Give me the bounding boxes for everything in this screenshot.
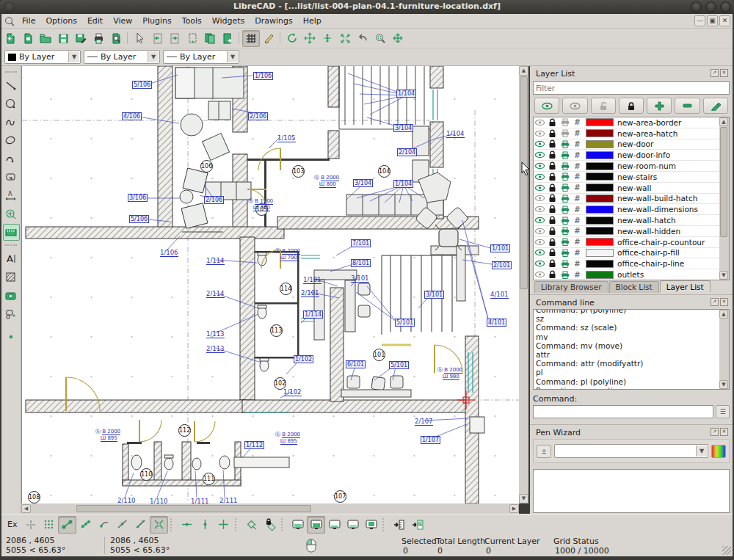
zoom-pan-button[interactable] [389,30,407,47]
undock-icon[interactable]: ↗ [711,298,719,306]
layer-row[interactable]: # new-area-border [534,117,729,128]
layer-color-swatch[interactable] [586,183,614,192]
show-all-layers-button[interactable] [534,98,559,114]
scroll-up-icon[interactable]: ▲ [719,117,728,126]
restrict-horizontal-icon[interactable] [178,516,196,534]
palette-drag-handle[interactable] [5,244,17,248]
layer-name[interactable]: new-area-hatch [616,129,677,138]
zoom-out-button[interactable] [319,30,336,47]
lock-icon[interactable] [546,118,559,127]
restrict-orthogonal-icon[interactable] [214,516,233,534]
layer-row[interactable]: # office-chair-p-fill [534,248,729,259]
layer-visibility-icon[interactable] [534,217,546,224]
lock-icon[interactable] [546,139,559,148]
menu-item-options[interactable]: Options [40,14,81,28]
layer-color-swatch[interactable] [586,206,614,214]
layer-color-swatch[interactable] [586,129,614,137]
layer-scroll-thumb[interactable] [720,127,727,237]
construction-icon[interactable]: # [571,217,584,225]
construction-icon[interactable]: # [571,249,584,257]
layer-color-swatch[interactable] [586,151,614,159]
tab-block-list[interactable]: Block List [609,281,659,293]
vertical-scrollbar[interactable]: ▲ ▼ [519,66,528,503]
print-icon[interactable] [559,129,571,137]
construction-icon[interactable]: # [571,172,584,181]
scroll-right-icon[interactable]: ▶ [509,504,519,513]
layer-color-swatch[interactable] [586,227,614,235]
construction-icon[interactable]: # [571,271,584,279]
lock-icon[interactable] [546,183,559,192]
set-relative-zero-icon[interactable] [242,516,261,534]
horizontal-scrollbar[interactable]: ◀ ▶ [21,503,519,514]
remove-layer-button[interactable] [675,98,700,114]
construction-icon[interactable]: # [571,140,584,148]
layer-name[interactable]: new-door [616,139,653,148]
layer-name[interactable]: new-wall [616,183,651,192]
lock-icon[interactable] [546,150,559,159]
palette-drag-handle[interactable] [5,71,17,75]
close-icon[interactable]: ✕ [720,69,728,77]
layer-visibility-icon[interactable] [534,194,546,202]
lock-icon[interactable] [546,172,559,181]
new-from-template-button[interactable] [19,30,37,47]
construction-icon[interactable]: # [571,206,584,214]
scroll-up-icon[interactable]: ▲ [519,66,528,76]
layer-row[interactable]: # office-chair-p-countour [534,237,729,248]
menu-item-file[interactable]: File [17,14,40,28]
menu-item-widgets[interactable]: Widgets [207,14,250,28]
construction-icon[interactable]: # [571,227,584,235]
print-icon[interactable] [559,217,571,225]
layer-color-swatch[interactable] [586,238,614,246]
polyline-tool-icon[interactable] [3,150,20,167]
construction-icon[interactable]: # [571,118,584,126]
snap-middle-icon[interactable] [113,516,131,534]
layer-visibility-icon[interactable] [534,206,546,213]
layer-visibility-icon[interactable] [534,119,546,126]
layer-list[interactable]: # new-area-border # new-area-hatch # new… [533,117,730,280]
snap-center-icon[interactable] [95,516,113,534]
layer-name[interactable]: new-door-info [616,150,670,159]
snap-intersection-icon[interactable] [150,516,168,534]
select-tool-icon[interactable] [3,169,20,186]
undock-icon[interactable]: ↗ [711,69,719,77]
print-button[interactable] [90,30,107,47]
layer-name[interactable]: new-stairs [616,172,657,181]
layer-color-swatch[interactable] [586,271,614,279]
mdi-restore-button[interactable]: ▣ [707,15,718,26]
block-tool-icon[interactable] [3,305,20,322]
layer-row[interactable]: # outlets [534,269,729,280]
redo-button[interactable] [166,30,184,47]
previous-view-button[interactable] [354,30,371,47]
layer-row[interactable]: # new-stairs [534,172,729,183]
draft-view-1-icon[interactable] [288,516,307,534]
scroll-down-icon[interactable]: ▼ [719,380,728,389]
print-icon[interactable] [559,194,571,203]
menu-item-tools[interactable]: Tools [177,14,207,28]
lock-icon[interactable] [546,238,559,247]
save-as-button[interactable] [72,30,90,47]
lock-icon[interactable] [546,205,559,214]
color-palette-icon[interactable] [711,445,726,458]
layer-color-swatch[interactable] [586,217,614,225]
print-icon[interactable] [559,206,571,214]
snap-distance-icon[interactable] [131,516,150,534]
line-tool-icon[interactable] [3,77,20,94]
curve-tool-icon[interactable] [3,114,20,131]
layer-visibility-icon[interactable] [534,140,546,148]
tab-library-browser[interactable]: Library Browser [534,281,608,293]
snap-free-icon[interactable] [21,516,40,534]
scroll-down-icon[interactable]: ▼ [719,271,728,280]
menu-item-drawings[interactable]: Drawings [250,14,297,28]
select-pointer-button[interactable] [131,30,148,47]
copy-button[interactable] [201,30,219,47]
lock-all-layers-button[interactable] [619,98,644,114]
layer-color-swatch[interactable] [586,260,614,268]
layer-name[interactable]: office-chair-p-line [616,259,684,268]
mdi-close-button[interactable]: ✕ [719,15,730,26]
menu-item-edit[interactable]: Edit [82,14,108,28]
layer-visibility-icon[interactable] [534,249,546,256]
maximize-button[interactable] [705,1,716,12]
layer-row[interactable]: # new-wall-dimensions [534,204,729,215]
add-ruler-widget-icon[interactable] [390,516,408,534]
command-input[interactable] [533,405,713,418]
